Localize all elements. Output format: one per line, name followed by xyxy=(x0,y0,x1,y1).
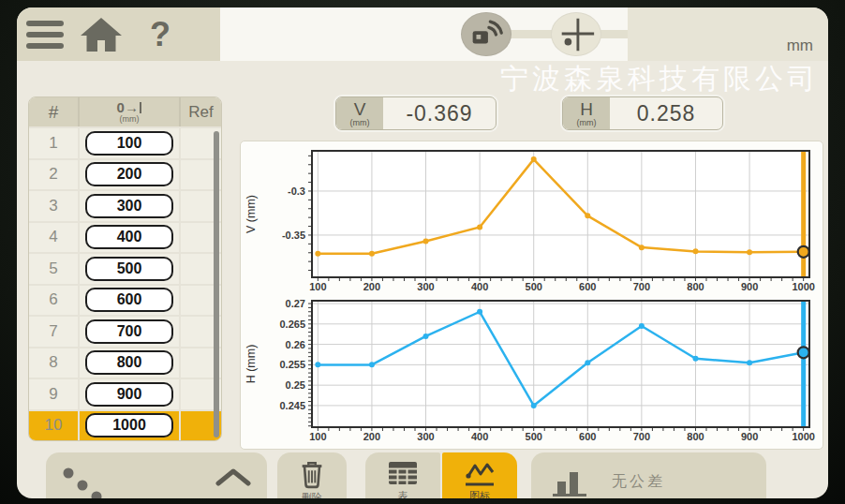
svg-text:100: 100 xyxy=(309,281,326,292)
svg-text:0.265: 0.265 xyxy=(279,319,305,330)
h-chart[interactable]: 0.270.2650.260.2550.250.2451002003004005… xyxy=(241,293,824,443)
distance-input[interactable]: 100 xyxy=(85,131,173,156)
distance-input[interactable]: 600 xyxy=(85,288,173,312)
svg-text:1000: 1000 xyxy=(792,281,814,292)
row-number: 5 xyxy=(29,254,78,284)
chart-view-label: 图标 xyxy=(469,489,490,498)
svg-text:300: 300 xyxy=(417,431,434,442)
svg-text:600: 600 xyxy=(579,281,596,292)
v-chart[interactable]: -0.3-0.351002003004005006007008009001000… xyxy=(241,143,824,289)
table-row[interactable]: 2 200 xyxy=(29,160,221,192)
distance-input[interactable]: 500 xyxy=(85,257,173,281)
table-view-icon xyxy=(387,459,419,487)
v-readout-label: V(mm) xyxy=(336,97,383,129)
h-readout-value: 0.258 xyxy=(610,97,722,129)
app-window: ? xyxy=(17,7,828,498)
header-distance: 0→ (mm) xyxy=(78,97,181,126)
distance-input[interactable]: 200 xyxy=(85,162,173,186)
chart-view-button[interactable]: 图标 xyxy=(442,452,517,498)
svg-text:400: 400 xyxy=(471,281,488,292)
topbar-right: mm xyxy=(628,7,828,61)
distance-input[interactable]: 300 xyxy=(85,194,173,218)
topbar-left: ? xyxy=(17,7,220,61)
position-table: # 0→ (mm) Ref 1 100 2 200 3 300 xyxy=(28,96,222,441)
svg-text:500: 500 xyxy=(526,431,542,442)
svg-text:400: 400 xyxy=(471,431,488,442)
table-row[interactable]: 1 100 xyxy=(29,128,221,160)
step-sensor-button[interactable] xyxy=(461,12,511,56)
row-number: 1 xyxy=(29,128,78,158)
table-scrollbar[interactable] xyxy=(214,131,219,437)
v-readout: V(mm) -0.369 xyxy=(335,96,497,130)
row-number: 8 xyxy=(29,348,78,378)
svg-text:900: 900 xyxy=(741,281,758,292)
svg-text:200: 200 xyxy=(363,281,380,292)
svg-text:800: 800 xyxy=(687,281,704,292)
step-points-button[interactable] xyxy=(551,12,601,56)
table-header: # 0→ (mm) Ref xyxy=(29,97,221,128)
header-num: # xyxy=(29,97,78,126)
table-row[interactable]: 3 300 xyxy=(29,191,221,223)
trash-icon xyxy=(298,459,326,489)
row-number: 10 xyxy=(29,411,78,441)
svg-text:0.25: 0.25 xyxy=(286,379,305,391)
row-number: 7 xyxy=(29,317,78,347)
svg-text:-0.35: -0.35 xyxy=(282,230,305,241)
delete-label: 删除 xyxy=(302,491,322,498)
table-row[interactable]: 10 1000 xyxy=(29,411,221,442)
svg-text:700: 700 xyxy=(633,431,650,442)
table-view-label: 表 xyxy=(398,489,408,498)
svg-text:600: 600 xyxy=(579,431,596,442)
chart-view-icon xyxy=(463,459,497,487)
chevron-up-icon[interactable] xyxy=(215,467,252,486)
delete-button[interactable]: 删除 xyxy=(277,452,347,498)
table-row[interactable]: 4 400 xyxy=(29,223,221,255)
svg-text:0.26: 0.26 xyxy=(286,339,305,350)
svg-text:300: 300 xyxy=(417,281,434,292)
charts-panel: -0.3-0.351002003004005006007008009001000… xyxy=(240,141,823,450)
svg-text:0.27: 0.27 xyxy=(286,298,305,309)
sensor-wireless-icon xyxy=(466,14,507,55)
unit-label: mm xyxy=(787,37,813,55)
tolerance-button[interactable]: 无公差 xyxy=(531,452,766,498)
help-button[interactable]: ? xyxy=(150,15,170,54)
row-number: 6 xyxy=(29,286,78,316)
home-icon[interactable] xyxy=(79,16,124,53)
row-number: 4 xyxy=(29,223,78,253)
h-readout-label: H(mm) xyxy=(563,97,610,129)
distance-input[interactable]: 700 xyxy=(85,319,173,344)
table-row[interactable]: 5 500 xyxy=(29,254,221,286)
distance-input[interactable]: 800 xyxy=(85,350,173,375)
svg-text:0.255: 0.255 xyxy=(279,359,305,370)
svg-text:H (mm): H (mm) xyxy=(245,345,258,384)
row-number: 9 xyxy=(29,379,78,409)
row-number: 2 xyxy=(29,160,78,190)
measure-points-icon xyxy=(556,14,597,55)
v-readout-value: -0.369 xyxy=(383,97,496,129)
distance-input[interactable]: 400 xyxy=(85,225,173,249)
svg-text:1000: 1000 xyxy=(792,431,814,442)
tolerance-label: 无公差 xyxy=(612,472,665,492)
table-row[interactable]: 9 900 xyxy=(29,379,221,411)
header-ref: Ref xyxy=(181,97,221,126)
svg-text:500: 500 xyxy=(526,281,542,292)
svg-text:800: 800 xyxy=(687,431,704,442)
menu-icon[interactable] xyxy=(26,21,64,49)
svg-text:-0.3: -0.3 xyxy=(288,185,305,197)
svg-text:700: 700 xyxy=(633,281,650,292)
table-row[interactable]: 7 700 xyxy=(29,317,221,348)
arrow-to-bar-icon xyxy=(140,102,142,113)
svg-text:100: 100 xyxy=(309,431,326,442)
h-readout: H(mm) 0.258 xyxy=(562,96,723,130)
table-row[interactable]: 8 800 xyxy=(29,348,221,380)
distance-input[interactable]: 1000 xyxy=(85,413,173,437)
svg-text:900: 900 xyxy=(741,431,758,442)
table-row[interactable]: 6 600 xyxy=(29,286,221,318)
screen-background: ? xyxy=(0,0,845,504)
distance-input[interactable]: 900 xyxy=(85,382,173,407)
svg-text:200: 200 xyxy=(363,431,380,442)
svg-text:V (mm): V (mm) xyxy=(245,195,258,233)
expand-panel[interactable] xyxy=(46,452,267,498)
table-view-button[interactable]: 表 xyxy=(365,452,440,498)
watermark: 宁波森泉科技有限公司 xyxy=(485,60,828,97)
